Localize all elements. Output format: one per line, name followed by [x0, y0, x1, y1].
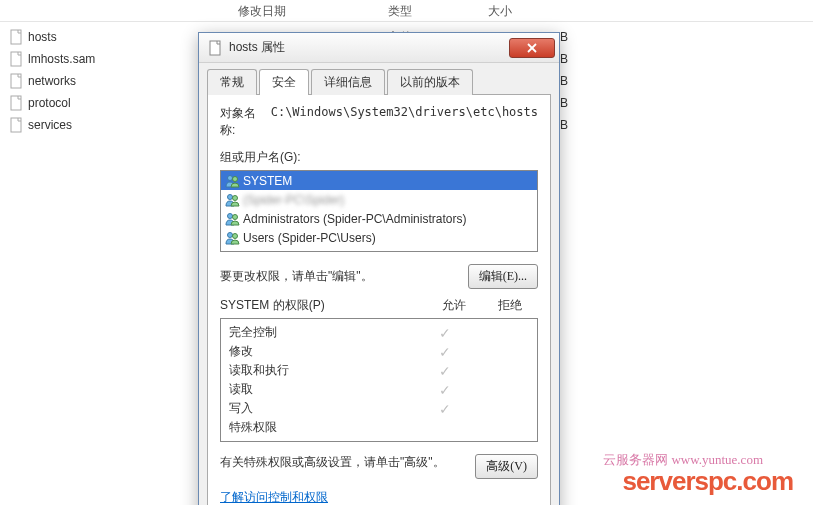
svg-point-8 [228, 175, 233, 180]
security-tab-content: 对象名称: C:\Windows\System32\drivers\etc\ho… [207, 94, 551, 505]
close-icon [527, 43, 537, 53]
svg-point-14 [228, 232, 233, 237]
allow-check: ✓ [417, 344, 473, 360]
permission-row: 修改✓ [221, 342, 537, 361]
advanced-button[interactable]: 高级(V) [475, 454, 538, 479]
group-icon [225, 193, 243, 207]
principal-row[interactable]: Administrators (Spider-PC\Administrators… [221, 209, 537, 228]
permission-name: 写入 [229, 400, 417, 417]
permission-row: 写入✓ [221, 399, 537, 418]
allow-column: 允许 [426, 297, 482, 314]
principal-name: Users (Spider-PC\Users) [243, 231, 376, 245]
allow-check: ✓ [417, 325, 473, 341]
object-name-label: 对象名称: [220, 105, 271, 139]
object-path: C:\Windows\System32\drivers\etc\hosts [271, 105, 538, 139]
permission-row: 特殊权限 [221, 418, 537, 437]
principal-name: Administrators (Spider-PC\Administrators… [243, 212, 466, 226]
principal-name: SYSTEM [243, 174, 292, 188]
edit-hint: 要更改权限，请单击"编辑"。 [220, 268, 468, 285]
principal-list[interactable]: SYSTEM (Spider-PC\Spider)Administrators … [220, 170, 538, 252]
titlebar[interactable]: hosts 属性 [199, 33, 559, 63]
col-size[interactable]: 大小 [480, 0, 560, 21]
advanced-hint: 有关特殊权限或高级设置，请单击"高级"。 [220, 454, 475, 471]
help-link[interactable]: 了解访问控制和权限 [220, 490, 328, 504]
allow-check: ✓ [417, 382, 473, 398]
tab-2[interactable]: 详细信息 [311, 69, 385, 95]
permission-row: 读取✓ [221, 380, 537, 399]
svg-point-12 [228, 213, 233, 218]
svg-rect-5 [210, 41, 220, 55]
permissions-label: SYSTEM 的权限(P) [220, 297, 426, 314]
allow-check: ✓ [417, 401, 473, 417]
permission-name: 特殊权限 [229, 419, 417, 436]
deny-column: 拒绝 [482, 297, 538, 314]
document-icon [8, 73, 24, 89]
svg-point-10 [228, 194, 233, 199]
group-icon [225, 231, 243, 245]
permission-row: 完全控制✓ [221, 323, 537, 342]
permission-row: 读取和执行✓ [221, 361, 537, 380]
svg-point-13 [233, 214, 238, 219]
svg-point-9 [233, 176, 238, 181]
svg-rect-4 [11, 118, 21, 132]
group-icon [225, 212, 243, 226]
column-headers: 修改日期 类型 大小 [0, 0, 813, 22]
close-button[interactable] [509, 38, 555, 58]
document-icon [207, 40, 223, 56]
document-icon [8, 51, 24, 67]
col-type[interactable]: 类型 [380, 0, 480, 21]
permissions-list: 完全控制✓修改✓读取和执行✓读取✓写入✓特殊权限 [220, 318, 538, 442]
tab-strip: 常规安全详细信息以前的版本 [199, 63, 559, 95]
group-label: 组或用户名(G): [220, 149, 538, 166]
document-icon [8, 29, 24, 45]
permission-name: 完全控制 [229, 324, 417, 341]
allow-check: ✓ [417, 363, 473, 379]
principal-name: (Spider-PC\Spider) [243, 193, 344, 207]
tab-3[interactable]: 以前的版本 [387, 69, 473, 95]
watermark: serverspc.com [622, 466, 793, 497]
principal-row[interactable]: Users (Spider-PC\Users) [221, 228, 537, 247]
svg-rect-3 [11, 96, 21, 110]
edit-button[interactable]: 编辑(E)... [468, 264, 538, 289]
svg-rect-0 [11, 30, 21, 44]
document-icon [8, 95, 24, 111]
svg-rect-1 [11, 52, 21, 66]
group-icon [225, 174, 243, 188]
tab-0[interactable]: 常规 [207, 69, 257, 95]
document-icon [8, 117, 24, 133]
svg-point-15 [233, 233, 238, 238]
permission-name: 读取 [229, 381, 417, 398]
properties-dialog: hosts 属性 常规安全详细信息以前的版本 对象名称: C:\Windows\… [198, 32, 560, 505]
svg-rect-2 [11, 74, 21, 88]
permission-name: 修改 [229, 343, 417, 360]
svg-point-11 [233, 195, 238, 200]
principal-row[interactable]: SYSTEM [221, 171, 537, 190]
principal-row[interactable]: (Spider-PC\Spider) [221, 190, 537, 209]
dialog-title: hosts 属性 [229, 39, 509, 56]
col-date[interactable]: 修改日期 [230, 0, 380, 21]
tab-1[interactable]: 安全 [259, 69, 309, 95]
permission-name: 读取和执行 [229, 362, 417, 379]
